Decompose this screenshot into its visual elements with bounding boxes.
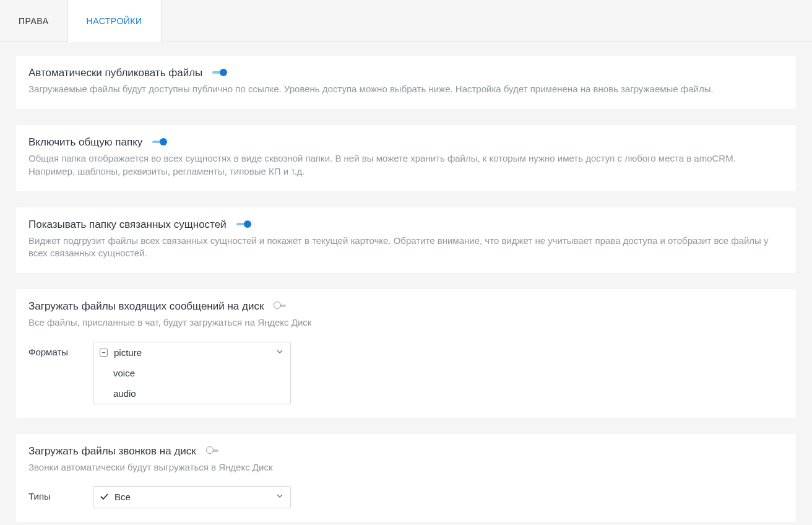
card-related-folder: Показывать папку связанных сущностей Вид…	[16, 207, 796, 274]
card-call-files: Загружать файлы звонков на диск Звонки а…	[16, 434, 796, 522]
chevron-down-icon	[277, 350, 283, 356]
format-option[interactable]: picture	[114, 347, 142, 358]
tab-rights[interactable]: ПРАВА	[0, 0, 67, 42]
tab-bar: ПРАВА НАСТРОЙКИ	[0, 0, 812, 42]
toggle-related-folder[interactable]	[236, 221, 253, 228]
checkbox-indeterminate-icon[interactable]: −	[100, 349, 108, 357]
card-desc: Общая папка отображается во всех сущност…	[28, 152, 784, 178]
card-desc: Виджет подгрузит файлы всех связанных су…	[28, 235, 784, 260]
settings-content: Автоматически публиковать файлы Загружае…	[0, 42, 812, 525]
card-title: Включить общую папку	[28, 136, 142, 149]
toggle-call-files[interactable]	[206, 448, 222, 455]
card-title: Загружать файлы звонков на диск	[28, 445, 196, 458]
card-desc: Все файлы, присланные в чат, будут загру…	[28, 316, 784, 329]
card-title: Автоматически публиковать файлы	[28, 67, 202, 79]
types-selected-value: Все	[114, 492, 131, 502]
card-incoming-files: Загружать файлы входящих сообщений на ди…	[16, 289, 796, 417]
toggle-auto-publish[interactable]	[212, 69, 228, 77]
chevron-down-icon	[277, 494, 283, 500]
card-desc: Звонки автоматически будут выгружаться в…	[28, 461, 784, 474]
card-auto-publish: Автоматически публиковать файлы Загружае…	[16, 56, 796, 109]
formats-select[interactable]: − picture voice audio	[93, 342, 291, 404]
format-option[interactable]: audio	[113, 388, 136, 399]
types-label: Типы	[28, 486, 93, 501]
tab-settings[interactable]: НАСТРОЙКИ	[67, 0, 162, 42]
formats-label: Форматы	[28, 342, 93, 357]
card-title: Загружать файлы входящих сообщений на ди…	[28, 300, 264, 313]
check-icon	[100, 493, 108, 501]
types-select[interactable]: Все	[93, 486, 291, 508]
card-title: Показывать папку связанных сущностей	[28, 219, 227, 231]
card-shared-folder: Включить общую папку Общая папка отображ…	[16, 125, 796, 191]
format-option[interactable]: voice	[113, 368, 135, 378]
toggle-incoming-files[interactable]	[274, 303, 290, 310]
card-desc: Загружаемые файлы будут доступны публичн…	[28, 83, 784, 95]
toggle-shared-folder[interactable]	[152, 139, 168, 146]
